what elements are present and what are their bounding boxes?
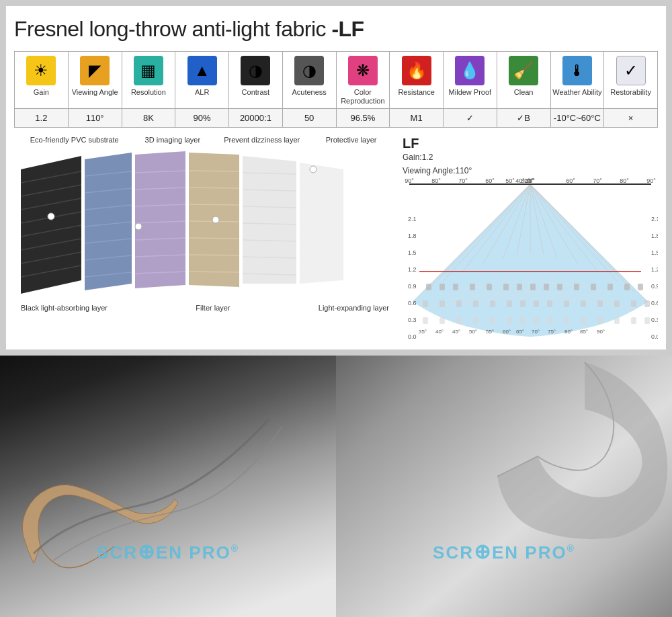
svg-point-45 [310, 166, 317, 173]
fabric-roll-icon [484, 356, 672, 571]
contrast-icon: ◑ [241, 56, 270, 85]
svg-text:1.2: 1.2 [651, 266, 658, 273]
svg-text:0.0: 0.0 [651, 333, 658, 339]
svg-rect-113 [507, 300, 512, 307]
svg-rect-123 [423, 317, 428, 324]
svg-line-32 [189, 272, 239, 272]
svg-text:70°: 70° [532, 329, 540, 335]
contrast-label: Contrast [242, 88, 270, 97]
svg-point-44 [212, 216, 219, 223]
svg-rect-116 [547, 300, 552, 307]
svg-text:1.2: 1.2 [408, 266, 417, 273]
svg-rect-96 [470, 284, 475, 290]
svg-text:1.8: 1.8 [651, 233, 658, 239]
product-title: Fresnel long-throw anti-light fabric -LF [14, 17, 658, 42]
svg-rect-93 [426, 284, 431, 290]
svg-rect-128 [507, 317, 512, 324]
svg-text:60°: 60° [485, 177, 495, 184]
svg-text:0.6: 0.6 [408, 300, 417, 306]
svg-rect-130 [534, 317, 539, 324]
svg-rect-104 [591, 284, 596, 290]
svg-rect-95 [453, 284, 458, 290]
chart-viewing-angle: Viewing Angle:110° [403, 166, 472, 175]
svg-rect-98 [503, 284, 509, 290]
svg-text:2.1: 2.1 [408, 216, 417, 222]
svg-text:35°: 35° [419, 329, 427, 335]
svg-rect-107 [638, 284, 643, 290]
svg-point-42 [48, 213, 54, 220]
clean-label: Clean [514, 88, 534, 97]
acuteness-icon: ◑ [294, 56, 324, 85]
screenpro-logo-right: SCR⊕EN PRO® [433, 540, 575, 563]
svg-rect-125 [456, 317, 462, 324]
layers-section: Eco-friendly PVC substrate 3D imaging la… [14, 136, 396, 312]
layer-label-2: 3D imaging layer [128, 136, 217, 144]
spec-icon-cell-viewing-angle: ◤Viewing Angle [69, 52, 122, 108]
bottom-label-1: Black light-absorbing layer [21, 304, 108, 312]
svg-rect-135 [614, 317, 620, 324]
svg-text:0.9: 0.9 [408, 283, 417, 290]
color-reproduction-icon: ❋ [348, 56, 378, 85]
color-reproduction-value: 96.5% [337, 109, 390, 127]
chart-gain: Gain:1.2 [403, 153, 433, 162]
alr-value: 90% [175, 109, 229, 127]
chart-section: LF Gain:1.2 Viewing Angle:110° [396, 136, 658, 341]
svg-rect-122 [644, 300, 650, 307]
spec-icon-cell-acuteness: ◑Acuteness [283, 52, 337, 108]
title-prefix: Fresnel long-throw anti-light fabric [14, 17, 331, 41]
svg-line-28 [189, 204, 239, 205]
svg-rect-108 [423, 300, 428, 307]
svg-rect-126 [473, 317, 478, 324]
bottom-label-3: Light-expanding layer [319, 304, 389, 312]
svg-text:65°: 65° [516, 329, 524, 335]
spec-icon-cell-resolution: ▦Resolution [122, 52, 176, 108]
svg-text:0.0: 0.0 [408, 333, 417, 339]
svg-text:75°: 75° [548, 329, 556, 335]
svg-rect-119 [597, 300, 603, 307]
svg-text:50°: 50° [505, 177, 515, 184]
restorability-icon: ✓ [616, 56, 646, 85]
resistance-label: Resistance [398, 88, 434, 97]
spec-icon-cell-mildew-proof: 💧Mildew Proof [444, 52, 497, 108]
svg-rect-129 [520, 317, 526, 324]
svg-line-30 [189, 238, 239, 239]
svg-text:0.9: 0.9 [651, 283, 658, 290]
svg-text:90°: 90° [646, 177, 656, 184]
spec-icon-cell-clean: 🧹Clean [497, 52, 551, 108]
svg-text:1.5: 1.5 [408, 249, 417, 256]
mildew-proof-label: Mildew Proof [449, 88, 492, 97]
svg-text:2.1: 2.1 [651, 216, 658, 222]
svg-text:80°: 80° [620, 177, 629, 184]
bottom-label-2: Filter layer [196, 304, 230, 312]
specs-table: ☀Gain◤Viewing Angle▦Resolution▲ALR◑Contr… [14, 51, 658, 128]
svg-text:45°: 45° [452, 329, 460, 335]
svg-rect-137 [644, 317, 650, 324]
layer-label-1: Eco-friendly PVC substrate [21, 136, 128, 144]
layers-top-labels: Eco-friendly PVC substrate 3D imaging la… [14, 136, 396, 144]
svg-text:40°: 40° [435, 329, 444, 335]
gain-label: Gain [34, 88, 49, 97]
svg-line-27 [189, 188, 239, 188]
svg-text:50°: 50° [469, 329, 477, 335]
svg-rect-118 [581, 300, 586, 307]
clean-icon: 🧹 [509, 56, 538, 85]
svg-text:70°: 70° [593, 177, 602, 184]
svg-rect-111 [473, 300, 478, 307]
svg-rect-101 [544, 284, 549, 290]
chart-title: LF [403, 136, 658, 151]
svg-rect-114 [520, 300, 526, 307]
acuteness-value: 50 [283, 109, 337, 127]
spec-icon-cell-gain: ☀Gain [15, 52, 69, 108]
weather-ability-value: -10°C~60°C [551, 109, 605, 127]
svg-rect-121 [631, 300, 636, 307]
svg-line-31 [189, 255, 239, 255]
svg-rect-127 [490, 317, 495, 324]
bottom-photos: SCR⊕EN PRO® SCR⊕EN PRO® [0, 356, 672, 617]
svg-rect-105 [607, 284, 613, 290]
svg-rect-102 [557, 284, 562, 290]
alr-label: ALR [195, 88, 209, 97]
resolution-label: Resolution [131, 88, 166, 97]
svg-rect-106 [624, 284, 630, 290]
svg-text:1.5: 1.5 [651, 249, 658, 256]
svg-text:85°: 85° [580, 329, 588, 335]
